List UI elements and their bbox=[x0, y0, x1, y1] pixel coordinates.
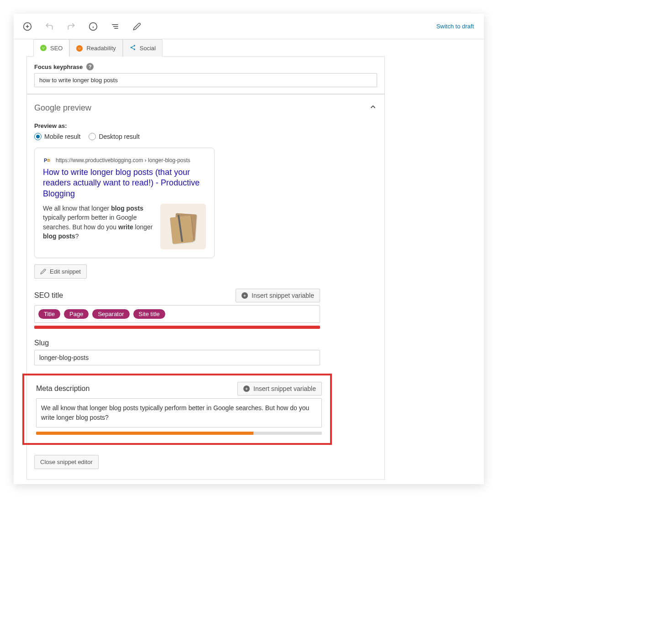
snippet-title: How to write longer blog posts (that you… bbox=[43, 167, 206, 199]
info-button[interactable] bbox=[85, 18, 101, 35]
tab-readability[interactable]: Readability bbox=[69, 39, 122, 57]
switch-to-draft-link[interactable]: Switch to draft bbox=[432, 19, 478, 33]
slug-input[interactable] bbox=[34, 350, 320, 365]
seo-title-label: SEO title bbox=[34, 291, 63, 300]
slug-label: Slug bbox=[34, 339, 377, 347]
yoast-panel: SEO Readability Social Focus keyphrase ? bbox=[26, 39, 385, 480]
radio-icon bbox=[34, 133, 42, 140]
tab-social[interactable]: Social bbox=[123, 39, 163, 57]
focus-keyphrase-input[interactable] bbox=[34, 73, 377, 87]
seo-title-input[interactable]: Title Page Separator Site title bbox=[34, 305, 320, 323]
redo-button[interactable] bbox=[63, 18, 79, 35]
pill-separator[interactable]: Separator bbox=[92, 309, 129, 319]
google-preview-body: Preview as: Mobile result Desktop result… bbox=[26, 118, 385, 480]
insert-variable-meta-button[interactable]: + Insert snippet variable bbox=[237, 382, 322, 396]
radio-mobile-label: Mobile result bbox=[44, 133, 80, 140]
seo-score-icon bbox=[40, 45, 47, 51]
svg-point-15 bbox=[131, 47, 132, 48]
edit-snippet-label: Edit snippet bbox=[50, 268, 81, 275]
tab-readability-label: Readability bbox=[86, 45, 116, 52]
meta-description-highlight: Meta description + Insert snippet variab… bbox=[22, 374, 332, 445]
focus-keyphrase-label: Focus keyphrase bbox=[34, 63, 83, 70]
seo-title-block: SEO title + Insert snippet variable Titl… bbox=[34, 289, 377, 329]
focus-keyphrase-section: Focus keyphrase ? bbox=[26, 57, 385, 94]
snippet-description: We all know that longer blog posts typic… bbox=[43, 204, 156, 249]
outline-button[interactable] bbox=[107, 18, 123, 35]
yoast-tabs: SEO Readability Social bbox=[26, 39, 385, 57]
radio-desktop-result[interactable]: Desktop result bbox=[89, 133, 139, 140]
svg-point-9 bbox=[42, 47, 43, 48]
svg-point-10 bbox=[44, 47, 45, 48]
site-favicon: PB bbox=[43, 156, 51, 164]
edit-button[interactable] bbox=[129, 18, 145, 35]
svg-point-14 bbox=[134, 45, 136, 47]
meta-description-label: Meta description bbox=[36, 385, 89, 393]
radio-icon bbox=[89, 133, 96, 140]
editor-topbar: Switch to draft bbox=[14, 14, 484, 39]
svg-point-12 bbox=[80, 48, 81, 48]
topbar-left bbox=[19, 18, 145, 35]
snippet-url: https://www.productiveblogging.com › lon… bbox=[56, 157, 190, 164]
plus-circle-icon: + bbox=[243, 385, 250, 392]
meta-description-input[interactable] bbox=[36, 398, 322, 428]
help-icon[interactable]: ? bbox=[86, 63, 94, 70]
pill-title[interactable]: Title bbox=[38, 309, 60, 319]
snippet-thumbnail bbox=[160, 204, 206, 249]
edit-snippet-button[interactable]: Edit snippet bbox=[34, 264, 87, 279]
svg-point-16 bbox=[134, 48, 136, 50]
google-snippet-preview: PB https://www.productiveblogging.com › … bbox=[34, 148, 215, 258]
share-icon bbox=[130, 44, 136, 52]
svg-line-18 bbox=[132, 48, 134, 49]
editor-frame: Switch to draft SEO Readability Soci bbox=[14, 14, 484, 484]
insert-variable-label: Insert snippet variable bbox=[252, 292, 314, 299]
tab-seo-label: SEO bbox=[50, 45, 63, 52]
add-block-button[interactable] bbox=[19, 18, 36, 35]
chevron-up-icon[interactable] bbox=[369, 103, 377, 113]
preview-as-row: Mobile result Desktop result bbox=[34, 133, 377, 140]
undo-button[interactable] bbox=[41, 18, 58, 35]
tab-seo[interactable]: SEO bbox=[33, 39, 69, 57]
google-preview-header[interactable]: Google preview bbox=[26, 94, 385, 118]
readability-score-icon bbox=[76, 45, 83, 52]
plus-circle-icon: + bbox=[242, 292, 248, 299]
svg-point-11 bbox=[79, 48, 79, 48]
radio-mobile-result[interactable]: Mobile result bbox=[34, 133, 80, 140]
slug-block: Slug bbox=[34, 339, 377, 365]
insert-variable-label: Insert snippet variable bbox=[253, 385, 316, 392]
google-preview-title: Google preview bbox=[34, 103, 91, 113]
seo-title-progress bbox=[34, 326, 320, 329]
meta-description-progress bbox=[36, 432, 322, 435]
radio-desktop-label: Desktop result bbox=[99, 133, 139, 140]
close-snippet-label: Close snippet editor bbox=[40, 459, 93, 465]
close-snippet-editor-button[interactable]: Close snippet editor bbox=[34, 455, 99, 469]
preview-as-label: Preview as: bbox=[34, 122, 377, 129]
pill-page[interactable]: Page bbox=[64, 309, 89, 319]
tab-social-label: Social bbox=[140, 45, 156, 52]
svg-line-17 bbox=[132, 46, 134, 47]
insert-variable-seo-title-button[interactable]: + Insert snippet variable bbox=[236, 289, 320, 302]
pill-site-title[interactable]: Site title bbox=[133, 309, 165, 319]
